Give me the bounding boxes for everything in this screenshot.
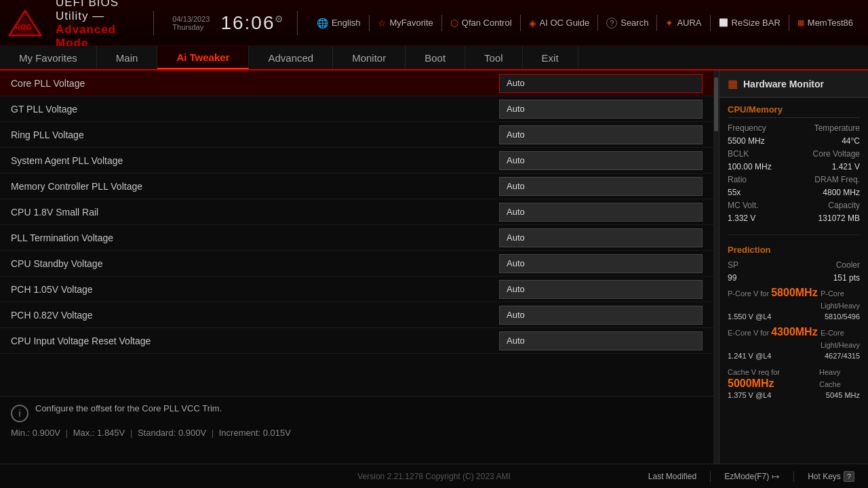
header-nav-search[interactable]: ? Search [599,15,655,31]
sp-value: 99 [728,273,736,283]
bclk-label: BCLK [728,149,749,159]
cache-v-freq: 5000MHz [728,378,774,389]
hot-keys-key: ? [844,471,854,482]
last-modified-action[interactable]: Last Modified [648,472,696,481]
cache-vals: 1.375 V @L4 5045 MHz [728,391,860,399]
cache-v-row: Cache V req for 5000MHz Heavy Cache [728,365,860,390]
tab-advanced[interactable]: Advanced [249,46,333,69]
nav-div-7 [789,15,789,31]
p-core-vals: 1.550 V @L4 5810/5496 [728,312,860,321]
setting-value-ring-pll[interactable]: Auto [499,125,703,144]
prediction-section: Prediction SP Cooler 99 151 pts P-Core V… [719,239,868,410]
hw-frequency-values: 5500 MHz 44°C [728,136,860,146]
setting-row-core-pll[interactable]: Core PLL Voltage Auto [0,70,713,96]
setting-row-mem-ctrl-pll[interactable]: Memory Controller PLL Voltage Auto [0,174,713,199]
aioc-icon: ◈ [529,18,536,28]
setting-value-pch-105v[interactable]: Auto [499,280,703,299]
hot-keys-action[interactable]: Hot Keys ? [808,471,854,482]
header-nav: 🌐 English ☆ MyFavorite ⬡ Qfan Control ◈ … [310,15,860,31]
tab-exit[interactable]: Exit [523,46,578,69]
e-core-v-row: E-Core V for 4300MHz E-Core Light/Heavy [728,326,860,350]
tab-ai-tweaker[interactable]: Ai Tweaker [157,46,249,69]
p-core-block: P-Core V for 5800MHz P-Core Light/Heavy … [728,287,860,321]
p-core-lh-value: 5810/5496 [825,312,860,321]
setting-value-cpu-input-reset[interactable]: Auto [499,331,703,350]
setting-value-cpu-18v[interactable]: Auto [499,203,703,222]
setting-value-cpu-standby[interactable]: Auto [499,254,703,273]
setting-label-sys-agent-pll: System Agent PLL Voltage [11,155,499,166]
setting-label-pch-082v: PCH 0.82V Voltage [11,310,499,321]
header-nav-aura[interactable]: ✦ AURA [658,15,708,31]
temperature-value: 44°C [842,136,860,146]
hw-mcvolt-row-label: MC Volt. Capacity [728,201,860,210]
info-specs: Min.: 0.900V | Max.: 1.845V | Standard: … [11,428,703,438]
heavy-cache-label-group: Heavy Cache [819,365,860,390]
setting-row-sys-agent-pll[interactable]: System Agent PLL Voltage Auto [0,148,713,174]
setting-label-cpu-18v: CPU 1.8V Small Rail [11,207,499,218]
header-nav-memtest[interactable]: ▦ MemTest86 [791,15,860,30]
header-nav-myfavorite[interactable]: ☆ MyFavorite [371,15,440,31]
header-title: UEFI BIOS Utility — Advanced Mode [56,0,141,50]
cooler-value: 151 pts [833,273,860,283]
search-nav-icon: ? [606,18,617,28]
dram-freq-value: 4800 MHz [823,188,860,197]
setting-value-gt-pll[interactable]: Auto [499,100,703,119]
p-core-v-label-group: P-Core V for 5800MHz [728,287,818,311]
frequency-value: 5500 MHz [728,136,765,146]
bclk-value: 100.00 MHz [728,162,772,171]
header-nav-aioc[interactable]: ◈ AI OC Guide [522,15,597,31]
setting-value-mem-ctrl-pll[interactable]: Auto [499,177,703,196]
setting-row-cpu-standby[interactable]: CPU Standby Voltage Auto [0,251,713,277]
e-core-block: E-Core V for 4300MHz E-Core Light/Heavy … [728,326,860,360]
scrollbar[interactable] [713,70,719,464]
hw-divider [728,235,860,235]
tab-boot[interactable]: Boot [406,46,465,69]
setting-label-mem-ctrl-pll: Memory Controller PLL Voltage [11,181,499,192]
header-nav-language[interactable]: 🌐 English [310,15,368,31]
hw-ratio-row-label: Ratio DRAM Freq. [728,175,860,184]
header: ROG UEFI BIOS Utility — Advanced Mode 04… [0,0,868,46]
setting-value-pll-term[interactable]: Auto [499,228,703,247]
setting-label-core-pll: Core PLL Voltage [11,78,499,89]
header-date-line2: Thursday [172,23,203,31]
tab-main[interactable]: Main [97,46,158,69]
hw-frequency-row: Frequency Temperature [728,123,860,133]
core-voltage-value: 1.421 V [832,162,860,171]
p-core-v-val: 1.550 V @L4 [728,312,771,321]
capacity-label: Capacity [828,201,860,210]
scroll-thumb[interactable] [714,77,718,131]
tab-tool[interactable]: Tool [465,46,523,69]
header-nav-qfan[interactable]: ⬡ Qfan Control [443,15,519,31]
prediction-title: Prediction [728,245,860,255]
sp-row-value: 99 151 pts [728,273,860,283]
setting-row-pch-105v[interactable]: PCH 1.05V Voltage Auto [0,277,713,302]
header-date-line1: 04/13/2023 [172,15,210,23]
tab-my-favorites[interactable]: My Favorites [0,46,97,69]
cache-block: Cache V req for 5000MHz Heavy Cache 1.37… [728,365,860,399]
sp-label: SP [728,260,738,270]
setting-label-cpu-standby: CPU Standby Voltage [11,258,499,269]
main-nav: My Favorites Main Ai Tweaker Advanced Mo… [0,46,868,70]
cache-v-label-group: Cache V req for 5000MHz [728,365,819,390]
e-core-lh-value: 4627/4315 [825,352,860,360]
setting-row-cpu-18v[interactable]: CPU 1.8V Small Rail Auto [0,199,713,225]
nav-div-3 [520,15,521,31]
nav-div-6 [710,15,711,31]
setting-value-sys-agent-pll[interactable]: Auto [499,151,703,170]
setting-label-cpu-input-reset: CPU Input Voltage Reset Voltage [11,336,499,346]
nav-div-2 [441,15,442,31]
setting-value-core-pll[interactable]: Auto [499,74,703,93]
setting-row-ring-pll[interactable]: Ring PLL Voltage Auto [0,122,713,148]
ez-mode-action[interactable]: EzMode(F7) ↦ [724,471,780,482]
aura-icon: ✦ [665,18,673,28]
setting-row-gt-pll[interactable]: GT PLL Voltage Auto [0,96,713,122]
setting-row-pch-082v[interactable]: PCH 0.82V Voltage Auto [0,302,713,328]
setting-row-pll-term[interactable]: PLL Termination Voltage Auto [0,225,713,251]
footer-actions: Last Modified EzMode(F7) ↦ Hot Keys ? [648,471,854,482]
header-datetime: 04/13/2023 Thursday [172,15,210,31]
setting-row-cpu-input-reset[interactable]: CPU Input Voltage Reset Voltage Auto [0,328,713,354]
header-nav-resizebar[interactable]: ⬜ ReSize BAR [712,15,787,30]
setting-value-pch-082v[interactable]: Auto [499,306,703,325]
setting-label-pch-105v: PCH 1.05V Voltage [11,284,499,295]
tab-monitor[interactable]: Monitor [333,46,406,69]
